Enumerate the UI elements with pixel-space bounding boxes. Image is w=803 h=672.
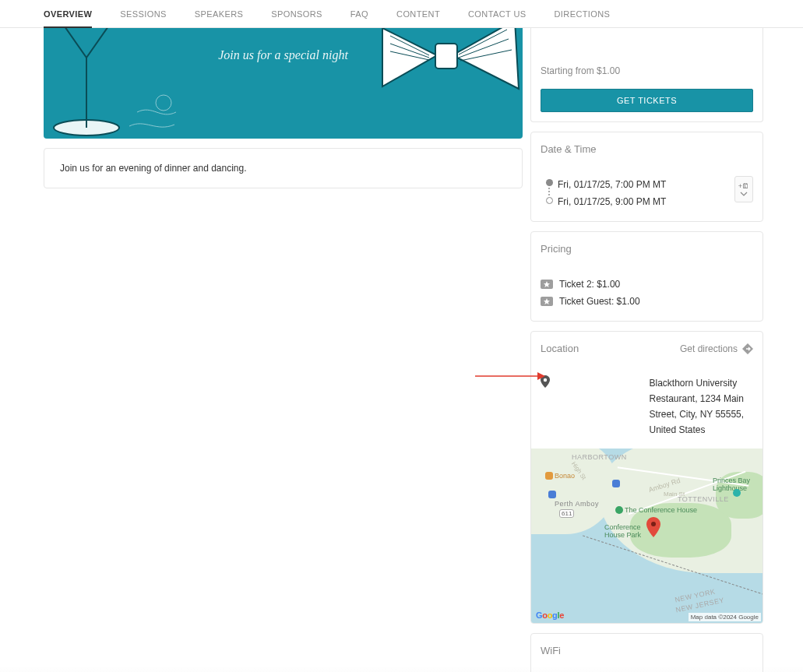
- date-time-title: Date & Time: [541, 143, 597, 155]
- bowtie-illustration: [375, 28, 523, 106]
- nav-content[interactable]: CONTENT: [396, 0, 440, 28]
- nav-speakers[interactable]: SPEAKERS: [195, 0, 244, 28]
- svg-point-8: [544, 378, 547, 382]
- ticket-icon: [541, 280, 553, 289]
- hero-banner: Join us for a special night: [44, 28, 523, 139]
- pricing-title: Pricing: [541, 243, 572, 255]
- chevron-down-icon: [740, 192, 748, 196]
- directions-icon: [742, 343, 753, 354]
- map-area-label: Perth Amboy: [555, 500, 599, 508]
- nav-sessions[interactable]: SESSIONS: [120, 0, 166, 28]
- map-road-label: Main St: [664, 491, 685, 498]
- date-time-card: Date & Time Fri, 01/17/25, 7:00 PM MT Fr…: [530, 132, 763, 222]
- location-card: Location Get directions Blackthorn Uni: [530, 331, 763, 624]
- svg-rect-2: [435, 44, 457, 69]
- starting-from-text: Starting from $1.00: [541, 65, 753, 76]
- wifi-card: WiFi: [530, 633, 763, 672]
- pricing-item-2: Ticket Guest: $1.00: [559, 293, 640, 310]
- map[interactable]: HARBORTOWN TOTTENVILLE NEW YORK NEW JERS…: [531, 449, 762, 623]
- nav-overview[interactable]: OVERVIEW: [44, 0, 92, 28]
- end-datetime: Fri, 01/17/25, 9:00 PM MT: [558, 193, 734, 210]
- top-nav: OVERVIEW SESSIONS SPEAKERS SPONSORS FAQ …: [0, 0, 803, 28]
- map-poi-icon: [545, 472, 553, 480]
- event-description-text: Join us for an evening of dinner and dan…: [60, 163, 247, 174]
- map-poi-icon: [615, 506, 623, 514]
- map-area-label: TOTTENVILLE: [678, 495, 729, 503]
- map-poi-icon: [733, 489, 741, 497]
- wifi-title: WiFi: [541, 645, 561, 656]
- pricing-card: Pricing Ticket 2: $1.00 Ticket Gue: [530, 231, 763, 322]
- map-transit-icon: [548, 491, 556, 498]
- add-to-calendar-button[interactable]: +🗓: [734, 176, 753, 202]
- pricing-item-1: Ticket 2: $1.00: [559, 276, 620, 293]
- location-pin-icon: [541, 375, 645, 388]
- start-datetime: Fri, 01/17/25, 7:00 PM MT: [558, 176, 734, 193]
- svg-point-9: [651, 522, 656, 526]
- map-poi-label: Bonao: [555, 472, 575, 480]
- martini-glass-illustration: [44, 28, 184, 139]
- google-logo: Google: [536, 610, 564, 620]
- svg-point-1: [156, 95, 171, 111]
- map-poi-label: Conference House Park: [604, 523, 651, 539]
- location-title: Location: [541, 343, 579, 354]
- map-poi-label: The Conference House: [625, 506, 697, 514]
- location-address: Blackthorn University Restaurant, 1234 M…: [650, 375, 754, 438]
- nav-faq[interactable]: FAQ: [350, 0, 368, 28]
- nav-sponsors[interactable]: SPONSORS: [271, 0, 322, 28]
- map-marker-icon: [646, 517, 660, 537]
- get-directions-link[interactable]: Get directions: [680, 343, 753, 354]
- nav-directions[interactable]: DIRECTIONS: [555, 0, 611, 28]
- get-tickets-button[interactable]: GET TICKETS: [541, 89, 753, 112]
- map-attribution: Map data ©2024 Google: [689, 613, 761, 621]
- calendar-plus-icon: +🗓: [738, 182, 749, 190]
- map-highway-shield: 611: [559, 509, 574, 518]
- tickets-card: Starting from $1.00 GET TICKETS: [530, 28, 763, 122]
- map-area-label: HARBORTOWN: [572, 453, 627, 461]
- get-directions-label: Get directions: [680, 343, 738, 354]
- event-description-card: Join us for an evening of dinner and dan…: [44, 148, 523, 188]
- nav-contact-us[interactable]: CONTACT US: [468, 0, 527, 28]
- timeline-icon: [541, 176, 558, 204]
- ticket-icon: [541, 297, 553, 306]
- map-transit-icon: [612, 480, 620, 487]
